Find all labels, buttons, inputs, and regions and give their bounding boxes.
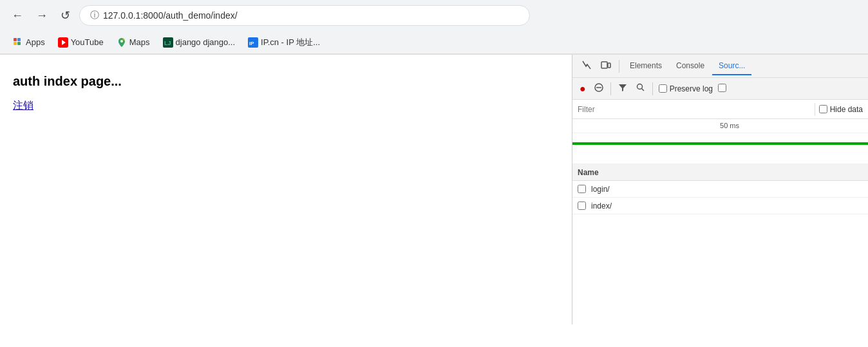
ipcn-icon: IP: [248, 37, 258, 48]
filter-button[interactable]: [614, 80, 631, 97]
svg-rect-1: [17, 38, 21, 41]
address-bar: ← → ↺ ⓘ 127.0.0.1:8000/auth_demo/index/: [0, 0, 868, 31]
toolbar-separator-2: [652, 82, 653, 95]
page-content: auth index page... 注销: [0, 55, 572, 324]
svg-rect-12: [608, 63, 610, 68]
no-entry-button[interactable]: [590, 80, 607, 97]
row-checkbox-index[interactable]: [578, 202, 586, 210]
tab-sources[interactable]: Sourc...: [712, 57, 751, 75]
row-name-login: login/: [591, 185, 610, 194]
devtools-toolbar: ● Preserve: [572, 78, 868, 100]
table-row[interactable]: login/: [572, 181, 868, 198]
hide-data-checkbox[interactable]: [819, 105, 827, 113]
bookmark-maps-label: Maps: [129, 37, 150, 47]
svg-rect-11: [601, 62, 607, 68]
tab-console[interactable]: Console: [670, 57, 711, 75]
svg-text:LJ: LJ: [164, 40, 171, 46]
svg-rect-0: [14, 38, 17, 41]
bookmark-ipcn-label: IP.cn - IP 地址...: [261, 37, 320, 48]
info-icon: ⓘ: [90, 10, 99, 21]
timeline-ms-label: 50 ms: [720, 122, 739, 129]
search-button[interactable]: [632, 80, 649, 97]
svg-rect-3: [17, 42, 21, 45]
filter-separator: [815, 103, 815, 116]
tab-elements[interactable]: Elements: [623, 57, 668, 75]
timeline-ruler: 50 ms: [572, 119, 868, 133]
bookmark-apps[interactable]: Apps: [8, 35, 50, 50]
network-list: login/ index/: [572, 181, 868, 324]
bookmark-ipcn[interactable]: IP IP.cn - IP 地址...: [243, 35, 325, 50]
page-heading: auth index page...: [13, 74, 559, 89]
forward-button[interactable]: →: [32, 7, 52, 24]
devtools-tabs: Elements Console Sourc...: [572, 55, 868, 78]
url-text: 127.0.0.1:8000/auth_demo/index/: [103, 10, 238, 21]
filter-bar: Hide data: [572, 100, 868, 119]
bookmark-maps[interactable]: Maps: [111, 35, 155, 50]
bookmark-apps-label: Apps: [26, 37, 45, 47]
bookmark-django-label: django django...: [176, 37, 236, 47]
youtube-icon: [58, 37, 68, 48]
svg-text:IP: IP: [249, 41, 254, 46]
device-toggle-button[interactable]: [597, 57, 615, 75]
svg-line-16: [641, 89, 644, 91]
timeline-bar-area: [572, 133, 868, 164]
timeline-area: 50 ms: [572, 119, 868, 164]
preserve-log-label: Preserve log: [670, 84, 713, 93]
record-button[interactable]: ●: [576, 80, 589, 97]
table-row[interactable]: index/: [572, 198, 868, 214]
bookmarks-bar: Apps YouTube Maps: [0, 31, 868, 54]
browser-chrome: ← → ↺ ⓘ 127.0.0.1:8000/auth_demo/index/ …: [0, 0, 868, 55]
bookmark-django[interactable]: LJ django django...: [158, 35, 241, 50]
preserve-log-checkbox[interactable]: [659, 84, 667, 93]
maps-icon: [117, 37, 127, 48]
main-layout: auth index page... 注销 Elements Con: [0, 55, 868, 324]
svg-point-6: [120, 40, 123, 42]
address-input[interactable]: ⓘ 127.0.0.1:8000/auth_demo/index/: [79, 5, 530, 26]
back-button[interactable]: ←: [8, 7, 27, 24]
row-checkbox-login[interactable]: [578, 185, 586, 193]
tab-separator: [619, 60, 619, 73]
devtools-panel: Elements Console Sourc... ●: [572, 55, 868, 324]
filter-input[interactable]: [578, 105, 811, 114]
network-name-column-header: Name: [578, 168, 599, 177]
row-name-index: index/: [591, 202, 612, 211]
preserve-log-area: Preserve log: [659, 84, 713, 93]
django-icon: LJ: [163, 37, 173, 48]
apps-grid-icon: [13, 37, 23, 48]
toolbar-separator-1: [610, 82, 611, 95]
hide-data-label: Hide data: [830, 105, 863, 114]
bookmark-youtube-label: YouTube: [71, 37, 104, 47]
reload-button[interactable]: ↺: [57, 7, 74, 24]
extra-checkbox[interactable]: [718, 84, 726, 92]
svg-rect-2: [14, 42, 17, 45]
svg-point-15: [637, 84, 642, 89]
bookmark-youtube[interactable]: YouTube: [53, 35, 109, 50]
timeline-green-bar: [572, 142, 868, 145]
logout-link[interactable]: 注销: [13, 100, 33, 111]
hide-data-area: Hide data: [819, 105, 863, 114]
network-list-header: Name: [572, 164, 868, 181]
inspect-icon-button[interactable]: [578, 57, 596, 75]
